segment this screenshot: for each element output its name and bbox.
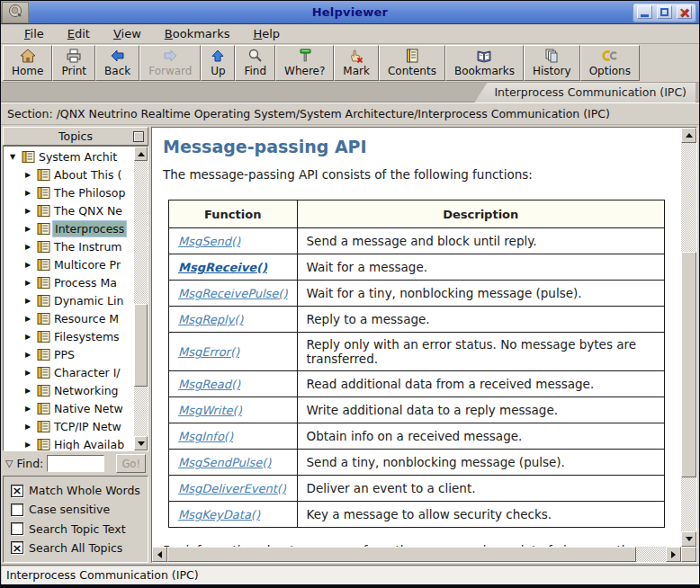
vertical-scroll-track[interactable] (681, 143, 696, 531)
status-bar: Interprocess Communication (IPC) (1, 565, 699, 584)
print-button[interactable]: Print (52, 45, 95, 81)
function-link[interactable]: MsgReceive() (178, 261, 267, 274)
tree-scroll-up-button[interactable] (134, 147, 148, 161)
topics-pane-header[interactable]: Topics (3, 127, 148, 146)
horizontal-scroll-track[interactable] (167, 547, 666, 562)
back-button[interactable]: Back (95, 45, 139, 81)
triangle-right-icon[interactable]: ▶ (25, 243, 37, 251)
function-link[interactable]: MsgReceivePulse() (178, 287, 288, 300)
function-link[interactable]: MsgRead() (178, 378, 240, 391)
tree-item-filesystems[interactable]: ▶Filesystems (4, 327, 133, 345)
tree-item-character-i[interactable]: ▶Character I/ (4, 363, 133, 381)
tree-item-pps[interactable]: ▶PPS (4, 345, 133, 363)
triangle-right-icon[interactable]: ▶ (25, 297, 37, 305)
maximize-button[interactable] (657, 5, 672, 19)
triangle-right-icon[interactable]: ▶ (25, 405, 37, 413)
find-input[interactable] (47, 455, 104, 472)
book-icon (37, 403, 52, 414)
tree-item-interprocess[interactable]: ▶Interprocess (4, 219, 133, 237)
tree-item-high-availab[interactable]: ▶High Availab (4, 435, 133, 451)
find-go-button[interactable]: Go! (116, 454, 146, 473)
tab-interprocess-communication[interactable]: Interprocess Communication (IPC) (474, 83, 696, 102)
checkbox-icon[interactable] (11, 503, 23, 516)
triangle-right-icon[interactable]: ▶ (25, 333, 37, 341)
triangle-right-icon[interactable]: ▶ (25, 225, 37, 233)
contents-button[interactable]: Contents (379, 45, 445, 81)
checkbox-icon[interactable]: × (11, 541, 23, 554)
option-case-sensitive[interactable]: Case sensitive (11, 503, 146, 516)
tree-item-system-archit[interactable]: ▼System Archit (4, 147, 133, 165)
tree-item-the-philosop[interactable]: ▶The Philosop (4, 183, 133, 201)
scroll-left-button[interactable] (152, 547, 167, 562)
function-link[interactable]: MsgError() (178, 345, 239, 359)
forward-button[interactable]: Forward (139, 45, 201, 81)
find-button[interactable]: Find (235, 45, 275, 81)
tree-item-networking[interactable]: ▶Networking (4, 381, 133, 399)
home-button[interactable]: Home (3, 45, 52, 81)
scroll-up-button[interactable] (681, 128, 696, 143)
up-button[interactable]: Up (201, 45, 235, 81)
function-link[interactable]: MsgKeyData() (178, 508, 260, 521)
menu-bookmarks[interactable]: Bookmarks (154, 25, 241, 42)
menu-edit[interactable]: Edit (57, 25, 101, 42)
function-link[interactable]: MsgSend() (178, 235, 240, 248)
tree-item-the-instrum[interactable]: ▶The Instrum (4, 237, 133, 255)
tree-item-native-netw[interactable]: ▶Native Netw (4, 399, 133, 417)
triangle-right-icon[interactable]: ▶ (25, 171, 37, 179)
book-icon (37, 277, 52, 289)
tree-item-tcp-ip-netw[interactable]: ▶TCP/IP Netw (4, 417, 133, 435)
tree-item-resource-m[interactable]: ▶Resource M (4, 309, 133, 327)
triangle-right-icon[interactable]: ▶ (25, 189, 37, 197)
where-button[interactable]: Where? (275, 45, 334, 81)
tree-scroll-down-button[interactable] (134, 436, 148, 450)
history-button[interactable]: History (524, 45, 580, 81)
minimize-button[interactable] (637, 5, 652, 19)
options-button[interactable]: Options (580, 45, 640, 81)
tree-item-about-this[interactable]: ▶About This ( (4, 165, 133, 183)
triangle-right-icon[interactable]: ▶ (25, 387, 37, 395)
tree-item-multicore-pr[interactable]: ▶Multicore Pr (4, 255, 133, 273)
triangle-right-icon[interactable]: ▶ (25, 207, 37, 215)
menu-view[interactable]: View (103, 25, 152, 42)
mark-button[interactable]: Mark (334, 45, 379, 81)
triangle-right-icon[interactable]: ▶ (25, 261, 37, 269)
menu-file[interactable]: File (13, 25, 55, 42)
function-link[interactable]: MsgDeliverEvent() (178, 482, 286, 495)
scroll-down-button[interactable] (681, 531, 696, 547)
tree-item-label: The Philosop (52, 185, 127, 200)
tree-item-dynamic-lin[interactable]: ▶Dynamic Lin (4, 291, 133, 309)
tree-item-label: Multicore Pr (52, 257, 122, 272)
function-link[interactable]: MsgSendPulse() (178, 456, 271, 469)
title-bar[interactable]: Helpviewer ✕ (1, 1, 699, 24)
function-link[interactable]: MsgReply() (178, 313, 243, 326)
triangle-down-icon[interactable]: ▼ (10, 153, 22, 161)
function-link[interactable]: MsgInfo() (178, 430, 233, 443)
tree-scroll-track[interactable] (134, 161, 148, 436)
option-match-whole-words[interactable]: ×Match Whole Words (11, 484, 146, 497)
tree-scroll-thumb[interactable] (134, 304, 148, 387)
triangle-right-icon[interactable]: ▶ (25, 279, 37, 287)
collapse-find-icon[interactable]: ▽ (5, 458, 13, 469)
horizontal-scroll-thumb[interactable] (167, 547, 636, 562)
option-search-topic-text[interactable]: Search Topic Text (11, 522, 146, 536)
checkbox-icon[interactable]: × (11, 485, 23, 497)
tree-item-process-ma[interactable]: ▶Process Ma (4, 273, 133, 291)
vertical-scroll-thumb[interactable] (681, 252, 696, 477)
triangle-right-icon[interactable]: ▶ (25, 423, 37, 431)
tree-item-label: Process Ma (52, 275, 119, 290)
close-button[interactable]: ✕ (677, 5, 692, 19)
scroll-right-button[interactable] (666, 547, 681, 562)
bookmarks-button[interactable]: Bookmarks (445, 45, 524, 81)
page-title: Message-passing API (163, 137, 672, 156)
triangle-right-icon[interactable]: ▶ (25, 369, 37, 377)
triangle-right-icon[interactable]: ▶ (25, 441, 37, 449)
option-search-all-topics[interactable]: ×Search All Topics (11, 541, 146, 555)
triangle-right-icon[interactable]: ▶ (25, 315, 37, 323)
checkbox-icon[interactable] (11, 522, 23, 535)
triangle-right-icon[interactable]: ▶ (25, 351, 37, 359)
tree-item-the-qnx-ne[interactable]: ▶The QNX Ne (4, 201, 133, 219)
where-icon (297, 49, 313, 64)
detach-pane-icon[interactable] (133, 131, 144, 142)
function-link[interactable]: MsgWrite() (178, 404, 242, 417)
menu-help[interactable]: Help (242, 25, 291, 42)
